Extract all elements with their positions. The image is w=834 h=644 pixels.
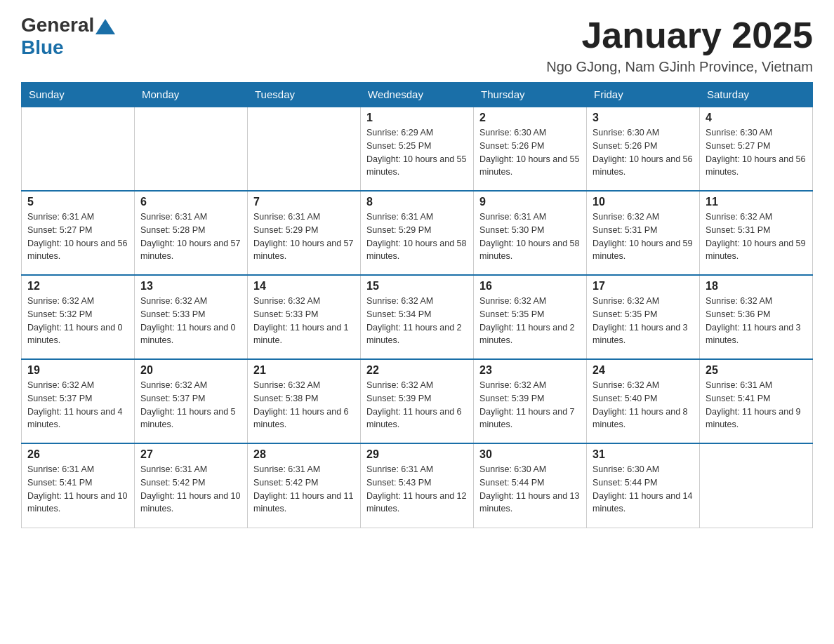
calendar-cell: 26Sunrise: 6:31 AM Sunset: 5:41 PM Dayli… xyxy=(22,443,135,528)
header-day-thursday: Thursday xyxy=(474,83,587,107)
calendar-cell: 23Sunrise: 6:32 AM Sunset: 5:39 PM Dayli… xyxy=(474,359,587,443)
day-number: 15 xyxy=(366,280,468,293)
calendar-cell: 29Sunrise: 6:31 AM Sunset: 5:43 PM Dayli… xyxy=(361,443,474,528)
day-number: 25 xyxy=(706,364,807,377)
day-info: Sunrise: 6:31 AM Sunset: 5:30 PM Dayligh… xyxy=(479,210,581,263)
calendar-cell: 5Sunrise: 6:31 AM Sunset: 5:27 PM Daylig… xyxy=(22,191,135,275)
day-info: Sunrise: 6:32 AM Sunset: 5:35 PM Dayligh… xyxy=(593,295,694,347)
calendar-cell: 10Sunrise: 6:32 AM Sunset: 5:31 PM Dayli… xyxy=(587,191,700,275)
calendar-cell: 1Sunrise: 6:29 AM Sunset: 5:25 PM Daylig… xyxy=(361,107,474,191)
logo-blue-text: Blue xyxy=(21,36,115,59)
title-section: January 2025 Ngo GJong, Nam GJinh Provin… xyxy=(546,14,813,75)
calendar-cell: 30Sunrise: 6:30 AM Sunset: 5:44 PM Dayli… xyxy=(474,443,587,528)
day-info: Sunrise: 6:32 AM Sunset: 5:38 PM Dayligh… xyxy=(253,379,355,431)
day-info: Sunrise: 6:30 AM Sunset: 5:26 PM Dayligh… xyxy=(593,126,694,179)
day-info: Sunrise: 6:31 AM Sunset: 5:41 PM Dayligh… xyxy=(706,379,807,431)
logo: General Blue xyxy=(21,14,115,59)
day-number: 5 xyxy=(27,196,128,208)
calendar-cell xyxy=(135,107,248,191)
calendar-cell: 3Sunrise: 6:30 AM Sunset: 5:26 PM Daylig… xyxy=(587,107,700,191)
calendar-cell: 2Sunrise: 6:30 AM Sunset: 5:26 PM Daylig… xyxy=(474,107,587,191)
day-number: 19 xyxy=(27,364,128,377)
day-number: 14 xyxy=(253,280,355,293)
week-row-5: 26Sunrise: 6:31 AM Sunset: 5:41 PM Dayli… xyxy=(22,443,813,528)
day-info: Sunrise: 6:32 AM Sunset: 5:39 PM Dayligh… xyxy=(366,379,468,431)
day-number: 30 xyxy=(479,448,581,461)
calendar-cell: 12Sunrise: 6:32 AM Sunset: 5:32 PM Dayli… xyxy=(22,275,135,359)
calendar-cell: 22Sunrise: 6:32 AM Sunset: 5:39 PM Dayli… xyxy=(361,359,474,443)
calendar-table: SundayMondayTuesdayWednesdayThursdayFrid… xyxy=(21,82,813,528)
day-number: 26 xyxy=(27,448,128,461)
day-number: 31 xyxy=(593,448,694,461)
day-number: 1 xyxy=(366,112,468,124)
day-number: 10 xyxy=(593,196,694,208)
day-number: 23 xyxy=(479,364,581,377)
day-info: Sunrise: 6:32 AM Sunset: 5:36 PM Dayligh… xyxy=(706,295,807,347)
day-info: Sunrise: 6:31 AM Sunset: 5:27 PM Dayligh… xyxy=(27,210,128,263)
day-number: 20 xyxy=(140,364,241,377)
day-info: Sunrise: 6:32 AM Sunset: 5:33 PM Dayligh… xyxy=(140,295,241,347)
calendar-header: SundayMondayTuesdayWednesdayThursdayFrid… xyxy=(22,83,813,107)
day-number: 4 xyxy=(706,112,807,124)
day-number: 13 xyxy=(140,280,241,293)
calendar-cell: 9Sunrise: 6:31 AM Sunset: 5:30 PM Daylig… xyxy=(474,191,587,275)
calendar-cell: 8Sunrise: 6:31 AM Sunset: 5:29 PM Daylig… xyxy=(361,191,474,275)
page-title: January 2025 xyxy=(546,14,813,56)
day-number: 12 xyxy=(27,280,128,293)
day-info: Sunrise: 6:30 AM Sunset: 5:27 PM Dayligh… xyxy=(706,126,807,179)
day-number: 28 xyxy=(253,448,355,461)
day-number: 9 xyxy=(479,196,581,208)
calendar-cell: 11Sunrise: 6:32 AM Sunset: 5:31 PM Dayli… xyxy=(700,191,813,275)
day-number: 22 xyxy=(366,364,468,377)
calendar-cell: 15Sunrise: 6:32 AM Sunset: 5:34 PM Dayli… xyxy=(361,275,474,359)
week-row-2: 5Sunrise: 6:31 AM Sunset: 5:27 PM Daylig… xyxy=(22,191,813,275)
day-info: Sunrise: 6:32 AM Sunset: 5:40 PM Dayligh… xyxy=(593,379,694,431)
day-info: Sunrise: 6:31 AM Sunset: 5:29 PM Dayligh… xyxy=(366,210,468,263)
calendar-cell: 19Sunrise: 6:32 AM Sunset: 5:37 PM Dayli… xyxy=(22,359,135,443)
logo-triangle-icon xyxy=(95,19,115,34)
day-info: Sunrise: 6:30 AM Sunset: 5:44 PM Dayligh… xyxy=(479,463,581,516)
week-row-1: 1Sunrise: 6:29 AM Sunset: 5:25 PM Daylig… xyxy=(22,107,813,191)
day-info: Sunrise: 6:31 AM Sunset: 5:28 PM Dayligh… xyxy=(140,210,241,263)
day-number: 3 xyxy=(593,112,694,124)
day-info: Sunrise: 6:31 AM Sunset: 5:41 PM Dayligh… xyxy=(27,463,128,516)
day-info: Sunrise: 6:31 AM Sunset: 5:42 PM Dayligh… xyxy=(253,463,355,516)
day-info: Sunrise: 6:32 AM Sunset: 5:32 PM Dayligh… xyxy=(27,295,128,347)
day-info: Sunrise: 6:30 AM Sunset: 5:26 PM Dayligh… xyxy=(479,126,581,179)
header-day-sunday: Sunday xyxy=(22,83,135,107)
logo-general-text: General xyxy=(21,14,94,36)
day-number: 11 xyxy=(706,196,807,208)
calendar-cell: 16Sunrise: 6:32 AM Sunset: 5:35 PM Dayli… xyxy=(474,275,587,359)
calendar-cell: 20Sunrise: 6:32 AM Sunset: 5:37 PM Dayli… xyxy=(135,359,248,443)
calendar-body: 1Sunrise: 6:29 AM Sunset: 5:25 PM Daylig… xyxy=(22,107,813,528)
day-info: Sunrise: 6:31 AM Sunset: 5:29 PM Dayligh… xyxy=(253,210,355,263)
day-info: Sunrise: 6:32 AM Sunset: 5:39 PM Dayligh… xyxy=(479,379,581,431)
calendar-cell: 13Sunrise: 6:32 AM Sunset: 5:33 PM Dayli… xyxy=(135,275,248,359)
day-number: 29 xyxy=(366,448,468,461)
day-info: Sunrise: 6:30 AM Sunset: 5:44 PM Dayligh… xyxy=(593,463,694,516)
week-row-3: 12Sunrise: 6:32 AM Sunset: 5:32 PM Dayli… xyxy=(22,275,813,359)
calendar-cell: 28Sunrise: 6:31 AM Sunset: 5:42 PM Dayli… xyxy=(248,443,361,528)
day-number: 24 xyxy=(593,364,694,377)
day-number: 8 xyxy=(366,196,468,208)
calendar-cell: 4Sunrise: 6:30 AM Sunset: 5:27 PM Daylig… xyxy=(700,107,813,191)
day-number: 18 xyxy=(706,280,807,293)
subtitle: Ngo GJong, Nam GJinh Province, Vietnam xyxy=(546,59,813,75)
day-number: 21 xyxy=(253,364,355,377)
day-info: Sunrise: 6:32 AM Sunset: 5:33 PM Dayligh… xyxy=(253,295,355,347)
header-day-friday: Friday xyxy=(587,83,700,107)
calendar-cell: 24Sunrise: 6:32 AM Sunset: 5:40 PM Dayli… xyxy=(587,359,700,443)
day-info: Sunrise: 6:32 AM Sunset: 5:34 PM Dayligh… xyxy=(366,295,468,347)
calendar-cell xyxy=(22,107,135,191)
calendar-cell: 25Sunrise: 6:31 AM Sunset: 5:41 PM Dayli… xyxy=(700,359,813,443)
day-number: 6 xyxy=(140,196,241,208)
calendar-cell: 17Sunrise: 6:32 AM Sunset: 5:35 PM Dayli… xyxy=(587,275,700,359)
header-day-tuesday: Tuesday xyxy=(248,83,361,107)
calendar-cell: 21Sunrise: 6:32 AM Sunset: 5:38 PM Dayli… xyxy=(248,359,361,443)
calendar-cell: 31Sunrise: 6:30 AM Sunset: 5:44 PM Dayli… xyxy=(587,443,700,528)
header: General Blue January 2025 Ngo GJong, Nam… xyxy=(21,14,813,75)
calendar-cell: 6Sunrise: 6:31 AM Sunset: 5:28 PM Daylig… xyxy=(135,191,248,275)
day-number: 27 xyxy=(140,448,241,461)
day-number: 2 xyxy=(479,112,581,124)
day-info: Sunrise: 6:31 AM Sunset: 5:43 PM Dayligh… xyxy=(366,463,468,516)
